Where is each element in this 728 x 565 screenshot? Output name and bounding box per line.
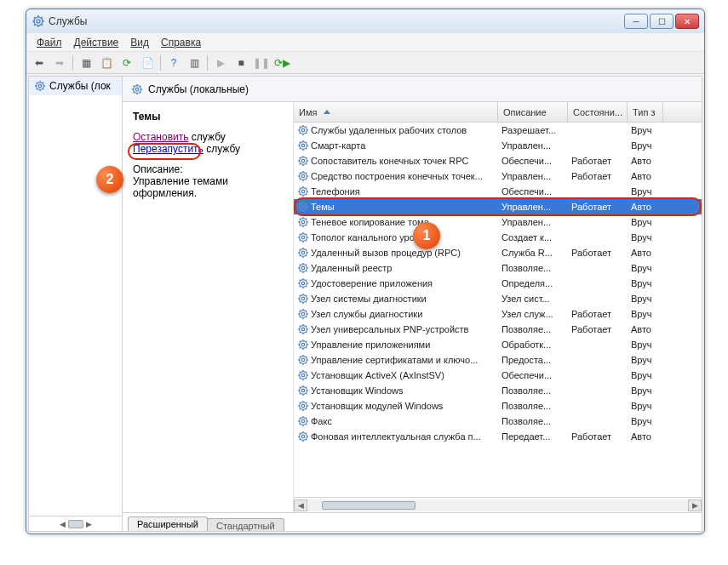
service-row[interactable]: Узел службы диагностикиУзел служ...Работ… [294, 306, 702, 322]
service-type-cell: Вруч [628, 355, 663, 365]
service-name-cell: Смарт-карта [311, 140, 365, 151]
list-hscrollbar[interactable]: ◀▶ [294, 497, 702, 512]
back-button[interactable]: ⬅ [30, 54, 49, 72]
service-type-cell: Вруч [628, 340, 663, 350]
service-row[interactable]: ФаксПозволяе...Вруч [294, 414, 702, 429]
service-desc-cell: Управлен... [498, 202, 568, 212]
tab-extended[interactable]: Расширенный [128, 516, 208, 531]
service-type-cell: Авто [628, 431, 663, 442]
menu-file[interactable]: Файл [32, 35, 67, 50]
service-desc-cell: Позволяе... [498, 416, 568, 426]
gear-icon [297, 323, 309, 335]
stop-button[interactable]: ■ [232, 54, 250, 72]
properties-button[interactable]: 📋 [97, 54, 116, 72]
service-type-cell: Авто [628, 248, 663, 258]
service-desc-cell: Определя... [498, 278, 568, 288]
service-type-cell: Авто [628, 324, 663, 334]
gear-icon [297, 231, 309, 243]
service-name-cell: Факс [311, 416, 332, 426]
service-type-cell: Авто [628, 171, 663, 181]
service-row[interactable]: Удаленный реестрПозволяе...Вруч [294, 260, 702, 276]
service-type-cell: Вруч [628, 401, 663, 411]
show-hide-tree-button[interactable]: ▦ [77, 54, 95, 72]
menu-help[interactable]: Справка [156, 35, 206, 50]
refresh-button[interactable]: ⟳ [118, 54, 136, 72]
export-button[interactable]: 📄 [138, 54, 157, 72]
minimize-button[interactable]: ─ [624, 14, 648, 29]
service-row[interactable]: Установщик WindowsПозволяе...Вруч [294, 383, 702, 398]
service-status-cell: Работает [568, 171, 628, 181]
help-button[interactable]: ? [164, 54, 183, 72]
service-name-cell: Темы [311, 202, 335, 212]
tree-item-services[interactable]: Службы (лок [29, 77, 122, 95]
service-row[interactable]: Теневое копирование томаУправлен...Вруч [294, 214, 702, 230]
service-type-cell: Вруч [628, 232, 663, 243]
service-row[interactable]: ТемыУправлен...РаботаетАвто [294, 199, 702, 214]
service-status-cell: Работает [568, 248, 628, 258]
col-desc[interactable]: Описание [498, 102, 568, 122]
gear-icon [297, 400, 309, 412]
service-name-cell: Узел системы диагностики [311, 294, 427, 304]
service-row[interactable]: Службы удаленных рабочих столовРазрешает… [294, 123, 702, 138]
service-row[interactable]: Установщик ActiveX (AxInstSV)Обеспечи...… [294, 368, 702, 383]
panel-button[interactable]: ▥ [185, 54, 203, 72]
service-desc-cell: Разрешает... [498, 125, 568, 135]
tab-standard[interactable]: Стандартный [207, 518, 284, 532]
service-row[interactable]: Узел универсальных PNP-устройствПозволяе… [294, 322, 702, 337]
maximize-button[interactable]: ☐ [650, 14, 674, 29]
service-row[interactable]: Сопоставитель конечных точек RPCОбеспечи… [294, 153, 702, 168]
gear-icon [297, 124, 309, 136]
forward-button[interactable]: ➡ [50, 54, 69, 72]
col-status[interactable]: Состояни... [568, 102, 628, 122]
restart-button[interactable]: ⟳▶ [272, 54, 291, 72]
service-name-cell: Установщик Windows [311, 385, 404, 396]
service-type-cell: Вруч [628, 140, 663, 151]
service-row[interactable]: Управление сертификатами и ключо...Предо… [294, 352, 702, 368]
service-desc-cell: Служба R... [498, 248, 568, 258]
col-type[interactable]: Тип з [628, 102, 663, 122]
service-name-cell: Удаленный реестр [311, 263, 392, 273]
left-tree: Службы (лок ◀▶ [29, 77, 123, 531]
gear-icon [297, 170, 309, 182]
service-name-cell: Удостоверение приложения [311, 278, 433, 288]
stop-link[interactable]: Остановить [133, 131, 189, 143]
service-name-cell: Узел службы диагностики [311, 309, 422, 319]
service-desc-cell: Позволяе... [498, 401, 568, 411]
service-type-cell: Авто [628, 156, 663, 166]
close-button[interactable]: ✕ [675, 14, 699, 29]
restart-link[interactable]: Перезапустить [133, 143, 203, 155]
service-name-cell: Телефония [311, 186, 360, 197]
tabstrip: Расширенный Стандартный [123, 512, 702, 531]
service-status-cell: Работает [568, 156, 628, 166]
service-row[interactable]: Узел системы диагностикиУзел сист...Вруч [294, 291, 702, 306]
service-row[interactable]: Удаленный вызов процедур (RPC)Служба R..… [294, 245, 702, 260]
service-row[interactable]: Тополог канального уровняСоздает к...Вру… [294, 230, 702, 245]
col-name[interactable]: Имя [294, 102, 498, 122]
gear-icon [34, 80, 46, 92]
tree-hscrollbar[interactable]: ◀▶ [29, 516, 122, 531]
service-desc-cell: Предоста... [498, 355, 568, 365]
service-row[interactable]: Фоновая интеллектуальная служба п...Пере… [294, 429, 702, 444]
service-desc-cell: Управлен... [498, 171, 568, 181]
gear-icon [32, 14, 45, 28]
service-row[interactable]: Установщик модулей WindowsПозволяе...Вру… [294, 398, 702, 414]
menubar: Файл Действие Вид Справка [26, 33, 704, 52]
service-desc-cell: Обеспечи... [498, 370, 568, 380]
service-name-cell: Тополог канального уровня [311, 232, 430, 243]
service-desc-cell: Узел сист... [498, 294, 568, 304]
service-row[interactable]: Удостоверение приложенияОпределя...Вруч [294, 276, 702, 291]
service-row[interactable]: Смарт-картаУправлен...Вруч [294, 138, 702, 153]
gear-icon [297, 201, 309, 213]
service-row[interactable]: Средство построения конечных точек...Упр… [294, 168, 702, 184]
service-row[interactable]: ТелефонияОбеспечи...Вруч [294, 184, 702, 199]
service-row[interactable]: Управление приложениямиОбработк...Вруч [294, 337, 702, 352]
gear-icon [297, 185, 309, 197]
start-button[interactable]: ▶ [211, 54, 230, 72]
titlebar[interactable]: Службы ─ ☐ ✕ [26, 9, 704, 33]
menu-action[interactable]: Действие [69, 35, 124, 50]
service-type-cell: Вруч [628, 186, 663, 197]
service-type-cell: Вруч [628, 385, 663, 396]
menu-view[interactable]: Вид [125, 35, 154, 50]
gear-icon [297, 216, 309, 228]
pause-button[interactable]: ❚❚ [252, 54, 271, 72]
